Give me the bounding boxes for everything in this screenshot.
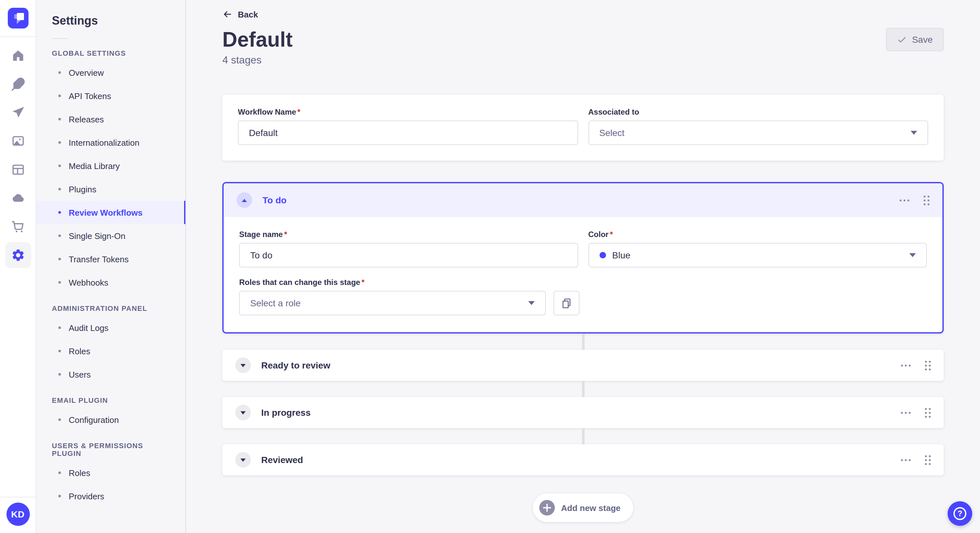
content-manager-layout-icon[interactable]: [5, 157, 31, 182]
section-global-settings: GLOBAL SETTINGS: [36, 49, 185, 57]
stage-connector-line: [582, 428, 584, 444]
bullet-dot: [58, 350, 61, 352]
sidebar-item-plugins[interactable]: Plugins: [36, 178, 185, 201]
sidebar-item-transfer-tokens[interactable]: Transfer Tokens: [36, 247, 185, 271]
color-swatch-blue: [599, 252, 606, 259]
sidebar-item-label: Transfer Tokens: [69, 254, 129, 264]
stage-options-menu-icon[interactable]: [901, 362, 911, 369]
add-stage-label: Add new stage: [561, 503, 620, 512]
stage-count: 4 stages: [222, 54, 293, 66]
stage-card-reviewed[interactable]: Reviewed: [222, 444, 944, 475]
expand-toggle-button[interactable]: [235, 452, 251, 468]
cloud-icon[interactable]: [5, 185, 31, 211]
strapi-logo-icon[interactable]: [8, 8, 28, 29]
drag-handle-icon[interactable]: [925, 360, 931, 370]
chevron-up-icon: [242, 198, 247, 202]
select-placeholder: Select: [599, 128, 625, 138]
stage-name-label: Stage name*: [239, 230, 578, 239]
stage-connector-line: [582, 381, 584, 397]
associated-to-select[interactable]: Select: [588, 121, 928, 145]
label-text: Roles that can change this stage: [239, 278, 360, 287]
workflow-name-field: Workflow Name*: [238, 108, 578, 145]
back-link[interactable]: Back: [222, 8, 258, 21]
sidebar-item-up-providers[interactable]: Providers: [36, 484, 185, 508]
drag-handle-icon[interactable]: [924, 195, 929, 205]
stage-color-select[interactable]: Blue: [588, 243, 927, 268]
bullet-dot: [58, 188, 61, 190]
stage-options-menu-icon[interactable]: [901, 456, 911, 463]
media-library-icon[interactable]: [5, 128, 31, 154]
label-text: Workflow Name: [238, 108, 296, 117]
expand-toggle-button[interactable]: [235, 405, 251, 420]
drag-handle-icon[interactable]: [925, 408, 931, 417]
sidebar-item-label: Media Library: [69, 161, 120, 171]
bullet-dot: [58, 95, 61, 97]
sidebar-item-admin-users[interactable]: Users: [36, 363, 185, 386]
sidebar-item-releases[interactable]: Releases: [36, 108, 185, 131]
home-icon[interactable]: [5, 43, 31, 69]
section-users-permissions-plugin: USERS & PERMISSIONS PLUGIN: [36, 442, 185, 457]
help-question-icon: [953, 507, 966, 520]
sidebar-item-single-sign-on[interactable]: Single Sign-On: [36, 224, 185, 247]
bullet-dot: [58, 141, 61, 144]
sidebar-item-email-configuration[interactable]: Configuration: [36, 408, 185, 431]
sidebar-item-label: Review Workflows: [69, 208, 143, 217]
stage-color-label: Color*: [588, 230, 927, 239]
chevron-down-icon: [528, 301, 535, 305]
marketplace-cart-icon[interactable]: [5, 214, 31, 240]
user-avatar[interactable]: KD: [6, 503, 30, 526]
sidebar-item-internationalization[interactable]: Internationalization: [36, 131, 185, 154]
associated-to-label: Associated to: [588, 108, 928, 117]
send-plane-icon[interactable]: [5, 100, 31, 125]
sidebar-item-up-roles[interactable]: Roles: [36, 461, 185, 484]
bullet-dot: [58, 373, 61, 376]
sidebar-item-api-tokens[interactable]: API Tokens: [36, 84, 185, 108]
arrow-left-icon: [222, 9, 233, 19]
bullet-dot: [58, 258, 61, 260]
stage-card-todo: To do Stage name* Color*: [222, 182, 944, 333]
strapi-logo-wrap: [0, 0, 36, 37]
drag-handle-icon[interactable]: [925, 455, 931, 465]
sidebar-item-admin-roles[interactable]: Roles: [36, 339, 185, 363]
sidebar-item-label: Roles: [69, 468, 91, 477]
collapse-toggle-button[interactable]: [237, 192, 252, 208]
check-icon: [897, 35, 907, 44]
settings-gear-icon[interactable]: [5, 242, 31, 268]
sidebar-item-label: Configuration: [69, 415, 119, 425]
duplicate-stage-button[interactable]: [554, 291, 579, 316]
stage-options-menu-icon[interactable]: [901, 409, 911, 416]
bullet-dot: [58, 418, 61, 421]
sidebar-item-label: Plugins: [69, 184, 96, 194]
bullet-dot: [58, 471, 61, 474]
stage-todo-header[interactable]: To do: [224, 183, 942, 217]
sidebar-item-label: Internationalization: [69, 138, 139, 148]
sidebar-item-overview[interactable]: Overview: [36, 61, 185, 84]
plus-icon: [539, 500, 555, 516]
stage-options-menu-icon[interactable]: [900, 197, 909, 204]
expand-toggle-button[interactable]: [235, 357, 251, 373]
save-button[interactable]: Save: [886, 28, 944, 51]
sidebar-item-webhooks[interactable]: Webhooks: [36, 271, 185, 294]
sidebar-item-review-workflows[interactable]: Review Workflows: [36, 201, 185, 224]
add-new-stage-button[interactable]: Add new stage: [533, 493, 633, 522]
back-label: Back: [238, 10, 258, 19]
workflow-form-card: Workflow Name* Associated to Select: [222, 95, 944, 160]
sidebar-item-label: Webhooks: [69, 278, 108, 287]
stage-name-field: Stage name*: [239, 230, 578, 268]
stage-roles-select[interactable]: Select a role: [239, 291, 546, 316]
content-feather-icon[interactable]: [5, 71, 31, 97]
sidebar-item-audit-logs[interactable]: Audit Logs: [36, 316, 185, 339]
sidebar-item-media-library[interactable]: Media Library: [36, 154, 185, 178]
help-button[interactable]: [948, 501, 972, 526]
stage-name-input[interactable]: [239, 243, 578, 268]
workflow-name-input[interactable]: [238, 121, 578, 145]
stage-card-ready-to-review[interactable]: Ready to review: [222, 350, 944, 381]
sidebar-item-label: Users: [69, 370, 91, 379]
label-text: Stage name: [239, 230, 283, 239]
stage-card-in-progress[interactable]: In progress: [222, 397, 944, 428]
stage-roles-field: Roles that can change this stage* Select…: [239, 278, 927, 316]
duplicate-icon: [561, 297, 572, 309]
stage-color-field: Color* Blue: [588, 230, 927, 268]
sidebar-item-label: Single Sign-On: [69, 231, 126, 241]
rail-bottom: KD: [0, 497, 36, 533]
